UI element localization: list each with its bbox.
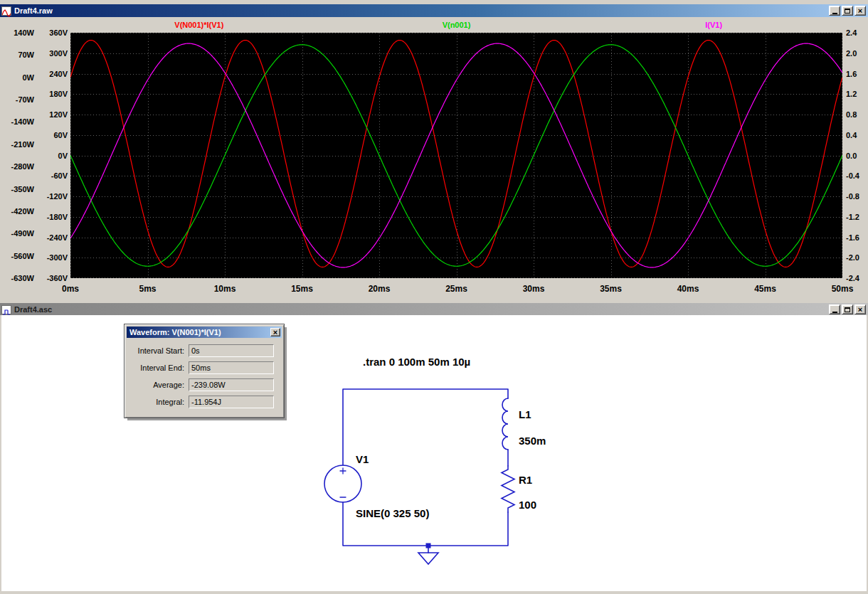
- waveform-stats-dialog: Waveform: V(N001)*I(V1) × Interval Start…: [124, 324, 285, 418]
- schematic-file-icon: [1, 305, 11, 314]
- ltspice-app: Draft4.raw × V(N001)*I(V1) V(n001) I(V1)…: [0, 0, 868, 594]
- axis-tick-label: 0W: [23, 73, 35, 82]
- window-title: Draft4.raw: [11, 6, 53, 15]
- axis-tick-label: 240V: [49, 70, 68, 78]
- schematic-window: Draft4.asc ×: [0, 303, 868, 594]
- time-tick-label: 40ms: [660, 284, 716, 294]
- node-dot[interactable]: [426, 543, 431, 548]
- close-button[interactable]: ×: [854, 6, 866, 16]
- axis-tick-label: -180V: [47, 213, 68, 221]
- minimize-icon: [832, 13, 837, 14]
- inductor-symbol[interactable]: [502, 398, 508, 450]
- waveform-file-icon: [1, 6, 11, 16]
- dialog-field-row: Interval Start:0s: [125, 342, 284, 359]
- dialog-field-row: Interval End:50ms: [125, 359, 284, 376]
- axis-tick-label: -1.2: [846, 213, 859, 221]
- time-tick-label: 35ms: [583, 284, 640, 294]
- field-label: Interval End:: [127, 364, 189, 372]
- axis-tick-label: 140W: [14, 28, 34, 37]
- field-value[interactable]: -239.08W: [189, 378, 274, 391]
- volts-axis: 360V300V240V180V120V60V0V-60V-120V-180V-…: [36, 28, 68, 282]
- ground-icon[interactable]: [418, 553, 438, 564]
- resistor-name-label[interactable]: R1: [519, 474, 532, 486]
- axis-tick-label: -490W: [11, 229, 34, 238]
- time-tick-label: 50ms: [814, 284, 868, 294]
- axis-tick-label: 180V: [49, 90, 68, 98]
- time-tick-label: 10ms: [196, 284, 253, 294]
- axis-tick-label: 120V: [49, 110, 68, 119]
- legend-power-trace[interactable]: V(N001)*I(V1): [70, 21, 328, 29]
- dialog-title: Waveform: V(N001)*I(V1): [129, 328, 221, 336]
- time-tick-label: 5ms: [120, 284, 176, 294]
- inductor-value-label[interactable]: 350m: [519, 435, 546, 447]
- minimize-button[interactable]: [829, 6, 840, 16]
- axis-tick-label: 1.6: [846, 70, 857, 78]
- axis-tick-label: 0.0: [846, 152, 857, 160]
- axis-tick-label: 1.2: [846, 90, 857, 98]
- axis-tick-label: 60V: [53, 131, 68, 139]
- axis-tick-label: -210W: [11, 140, 34, 149]
- axis-tick-label: 0V: [58, 152, 68, 160]
- time-tick-label: 25ms: [428, 284, 485, 294]
- axis-tick-label: -300V: [47, 253, 68, 262]
- field-value[interactable]: 50ms: [189, 361, 274, 374]
- legend-voltage-trace[interactable]: V(n001): [328, 21, 586, 29]
- axis-tick-label: -420W: [11, 207, 34, 216]
- trace-polyline: [70, 45, 842, 266]
- axis-tick-label: 2.4: [846, 28, 857, 37]
- wire[interactable]: [343, 389, 508, 553]
- time-tick-label: 30ms: [505, 284, 562, 294]
- restore-button[interactable]: [842, 6, 853, 16]
- trace-legend: V(N001)*I(V1) V(n001) I(V1): [70, 21, 842, 29]
- dialog-close-button[interactable]: ×: [270, 328, 280, 336]
- field-value[interactable]: 0s: [189, 344, 274, 357]
- axis-tick-label: -0.4: [846, 171, 859, 180]
- time-tick-label: 0ms: [42, 284, 99, 294]
- dialog-field-row: Average:-239.08W: [125, 376, 284, 393]
- axis-tick-label: -560W: [11, 252, 34, 260]
- field-value[interactable]: -11.954J: [189, 396, 274, 408]
- resistor-value-label[interactable]: 100: [519, 499, 536, 511]
- source-value-label[interactable]: SINE(0 325 50): [356, 507, 429, 519]
- axis-tick-label: -140W: [11, 117, 34, 126]
- window-title: Draft4.asc: [11, 305, 52, 314]
- schematic-canvas[interactable]: .tran 0 100m 50m 10µ V1 SINE(0 325 50) L…: [0, 315, 868, 594]
- legend-current-trace[interactable]: I(V1): [585, 21, 842, 29]
- waveform-window: Draft4.raw × V(N001)*I(V1) V(n001) I(V1)…: [0, 0, 868, 303]
- axis-tick-label: 70W: [18, 51, 34, 59]
- minimize-button[interactable]: [829, 304, 840, 314]
- axis-tick-label: -2.0: [846, 253, 859, 262]
- waveform-window-titlebar[interactable]: Draft4.raw ×: [0, 4, 868, 17]
- plot-pane: V(N001)*I(V1) V(n001) I(V1) 140W70W0W-70…: [0, 17, 868, 303]
- spice-directive[interactable]: .tran 0 100m 50m 10µ: [363, 356, 470, 368]
- plus-icon: [340, 468, 346, 474]
- axis-tick-label: -360V: [47, 274, 68, 282]
- dialog-fields: Interval Start:0sInterval End:50msAverag…: [125, 342, 284, 410]
- axis-tick-label: 0.4: [846, 131, 857, 139]
- restore-button[interactable]: [842, 304, 853, 314]
- axis-tick-label: 2.0: [846, 49, 857, 58]
- restore-icon: [845, 307, 850, 312]
- axis-tick-label: -630W: [11, 274, 34, 282]
- inductor-name-label[interactable]: L1: [519, 408, 531, 420]
- axis-tick-label: -2.4: [846, 274, 859, 282]
- time-tick-label: 20ms: [351, 284, 408, 294]
- dialog-titlebar[interactable]: Waveform: V(N001)*I(V1) ×: [127, 327, 282, 338]
- amps-axis: 2.42.01.61.20.80.40.0-0.4-0.8-1.2-1.6-2.…: [846, 28, 868, 282]
- close-button[interactable]: ×: [854, 304, 866, 314]
- axis-tick-label: -280W: [11, 162, 34, 171]
- axis-tick-label: -240V: [47, 233, 68, 242]
- time-tick-label: 45ms: [737, 284, 794, 294]
- time-tick-label: 15ms: [274, 284, 331, 294]
- waveform-plot[interactable]: [70, 33, 842, 278]
- schematic-window-titlebar[interactable]: Draft4.asc ×: [0, 303, 868, 316]
- axis-tick-label: -350W: [11, 185, 34, 193]
- watts-axis: 140W70W0W-70W-140W-210W-280W-350W-420W-4…: [0, 28, 34, 282]
- restore-icon: [845, 9, 850, 14]
- axis-tick-label: -60V: [51, 171, 68, 180]
- source-name-label[interactable]: V1: [356, 453, 369, 465]
- axis-tick-label: -1.6: [846, 233, 859, 242]
- field-label: Integral:: [127, 398, 189, 406]
- resistor-symbol[interactable]: [502, 466, 514, 512]
- axis-tick-label: 0.8: [846, 110, 857, 119]
